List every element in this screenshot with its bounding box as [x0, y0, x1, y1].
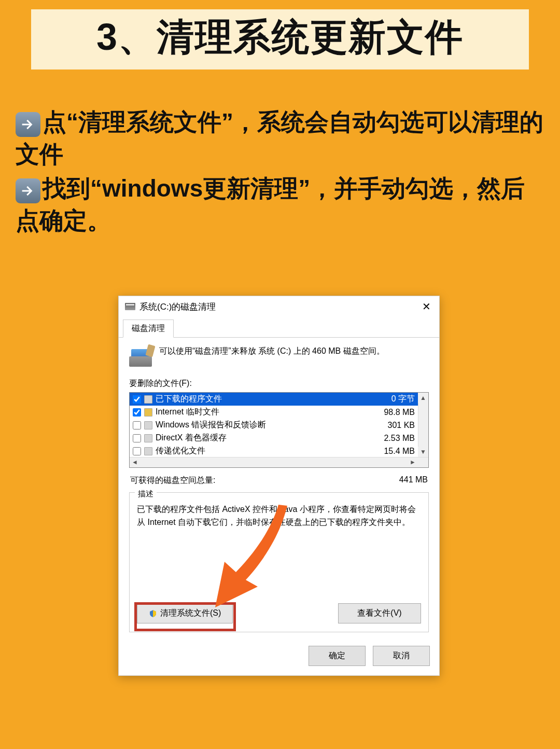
file-size: 301 KB — [388, 421, 417, 430]
file-checkbox[interactable] — [133, 395, 141, 404]
file-size: 15.4 MB — [384, 447, 417, 456]
scroll-right-button[interactable]: ► — [408, 457, 418, 467]
folder-icon — [144, 395, 152, 404]
arrow-right-icon — [16, 178, 40, 203]
close-button[interactable]: ✕ — [419, 300, 434, 313]
ok-button[interactable]: 确定 — [309, 646, 366, 666]
total-space-label: 可获得的磁盘空间总量: — [130, 475, 215, 486]
file-icon — [144, 447, 152, 455]
file-size: 2.53 MB — [384, 434, 417, 443]
file-list[interactable]: 已下载的程序文件 0 字节 Internet 临时文件 98.8 MB Wind… — [129, 392, 429, 468]
file-name: 传递优化文件 — [156, 446, 381, 456]
dialog-footer: 确定 取消 — [119, 639, 439, 675]
file-name: Windows 错误报告和反馈诊断 — [156, 420, 385, 431]
lock-icon — [144, 408, 152, 417]
tab-disk-cleanup[interactable]: 磁盘清理 — [123, 320, 174, 338]
tab-strip: 磁盘清理 — [119, 317, 439, 338]
drive-icon — [125, 303, 135, 310]
cancel-label: 取消 — [393, 650, 410, 661]
cancel-button[interactable]: 取消 — [373, 646, 430, 666]
file-name: DirectX 着色器缓存 — [156, 433, 381, 443]
instruction-line-1: 点“清理系统文件”，系统会自动勾选可以清理的文件 — [16, 108, 543, 168]
total-space-row: 可获得的磁盘空间总量: 441 MB — [130, 475, 428, 486]
view-files-label: 查看文件(V) — [357, 608, 401, 619]
file-size: 0 字节 — [391, 394, 417, 405]
cleanup-button-label: 清理系统文件(S) — [160, 608, 221, 619]
arrow-right-icon — [16, 112, 40, 137]
shield-icon — [149, 609, 157, 618]
summary-row: 可以使用“磁盘清理”来释放 系统 (C:) 上的 460 MB 磁盘空间。 — [129, 346, 429, 367]
file-row-windows-error[interactable]: Windows 错误报告和反馈诊断 301 KB — [130, 419, 428, 432]
file-checkbox[interactable] — [133, 408, 141, 417]
files-to-delete-label: 要删除的文件(F): — [129, 378, 429, 389]
scroll-up-button[interactable]: ▲ — [418, 393, 428, 403]
file-row-internet-temp[interactable]: Internet 临时文件 98.8 MB — [130, 406, 428, 419]
page-heading-banner: 3、清理系统更新文件 — [31, 9, 529, 70]
ok-label: 确定 — [329, 650, 345, 661]
file-checkbox[interactable] — [133, 421, 141, 429]
horizontal-scrollbar[interactable]: ◄ ► — [130, 457, 428, 467]
total-space-value: 441 MB — [399, 475, 428, 486]
tab-body: 可以使用“磁盘清理”来释放 系统 (C:) 上的 460 MB 磁盘空间。 要删… — [119, 338, 439, 639]
file-icon — [144, 421, 152, 429]
dialog-titlebar: 系统(C:)的磁盘清理 ✕ — [119, 296, 439, 317]
disk-cleanup-icon — [129, 346, 152, 367]
description-legend: 描述 — [135, 488, 157, 500]
instruction-line-2: 找到“windows更新清理”，并手动勾选，然后点确定。 — [16, 175, 525, 234]
file-row-directx-cache[interactable]: DirectX 着色器缓存 2.53 MB — [130, 432, 428, 445]
instructions-block: 点“清理系统文件”，系统会自动勾选可以清理的文件 找到“windows更新清理”… — [16, 106, 544, 237]
file-icon — [144, 434, 152, 442]
file-row-delivery-opt[interactable]: 传递优化文件 15.4 MB — [130, 445, 428, 457]
file-checkbox[interactable] — [133, 434, 141, 442]
description-text: 已下载的程序文件包括 ActiveX 控件和 Java 小程序，你查看特定网页时… — [137, 503, 421, 529]
page-heading: 3、清理系统更新文件 — [41, 12, 519, 62]
scroll-left-button[interactable]: ◄ — [130, 457, 140, 467]
file-name: Internet 临时文件 — [156, 407, 381, 418]
disk-cleanup-dialog: 系统(C:)的磁盘清理 ✕ 磁盘清理 可以使用“磁盘清理”来释放 系统 (C:)… — [118, 296, 440, 676]
scroll-down-button[interactable]: ▼ — [418, 447, 428, 457]
file-size: 98.8 MB — [384, 408, 417, 417]
file-name: 已下载的程序文件 — [156, 394, 388, 405]
file-checkbox[interactable] — [133, 447, 141, 455]
file-row-downloaded-programs[interactable]: 已下载的程序文件 0 字节 — [130, 393, 428, 406]
summary-text: 可以使用“磁盘清理”来释放 系统 (C:) 上的 460 MB 磁盘空间。 — [159, 346, 385, 357]
cleanup-system-files-button[interactable]: 清理系统文件(S) — [137, 603, 233, 623]
dialog-title: 系统(C:)的磁盘清理 — [139, 301, 419, 313]
view-files-button[interactable]: 查看文件(V) — [338, 603, 421, 623]
description-groupbox: 描述 已下载的程序文件包括 ActiveX 控件和 Java 小程序，你查看特定… — [129, 492, 429, 632]
